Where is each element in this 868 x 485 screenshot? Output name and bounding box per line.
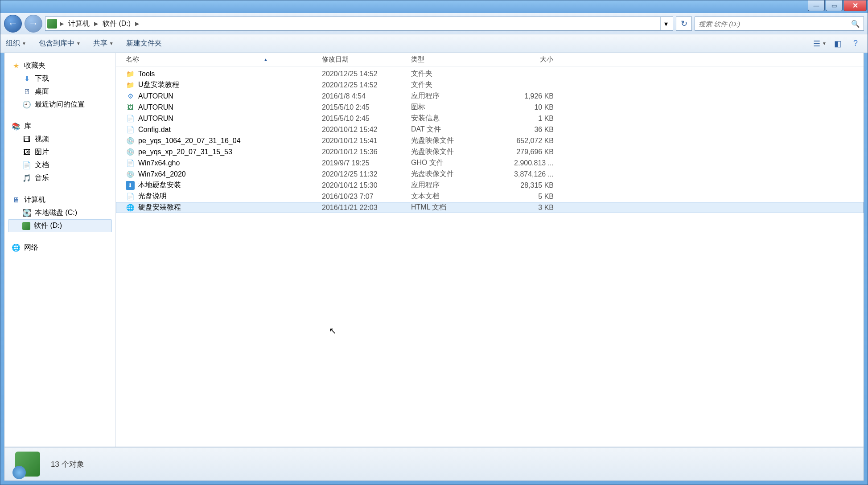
file-name: AUTORUN [138, 92, 173, 100]
file-name: Tools [138, 70, 155, 78]
sidebar-item-documents[interactable]: 📄 文档 [8, 159, 112, 172]
file-row[interactable]: 🌐硬盘安装教程2016/11/21 22:03HTML 文档3 KB [116, 202, 864, 213]
file-row[interactable]: ⚙AUTORUN2016/1/8 4:54应用程序1,926 KB [116, 90, 864, 102]
status-text: 13 个对象 [51, 459, 84, 469]
disk-icon: 💽 [22, 209, 31, 218]
chevron-down-icon: ▼ [109, 41, 114, 46]
library-icon: 📚 [12, 122, 21, 131]
file-row[interactable]: 💿pe_yqs_1064_20_07_31_16_042020/10/12 15… [116, 135, 864, 146]
breadcrumb-drive[interactable]: 软件 (D:) [101, 18, 132, 29]
column-header-type[interactable]: 类型 [407, 55, 496, 64]
sidebar-item-local-c[interactable]: 💽 本地磁盘 (C:) [8, 206, 112, 219]
sidebar-computer-group: 🖥 计算机 💽 本地磁盘 (C:) 软件 (D:) [8, 193, 112, 232]
sidebar-network-group: 🌐 网络 [8, 241, 112, 254]
column-header-size[interactable]: 大小 [496, 55, 558, 64]
iso-icon: 💿 [126, 136, 135, 145]
refresh-button[interactable]: ↻ [676, 16, 692, 31]
desktop-icon: 🖥 [22, 87, 31, 96]
file-row[interactable]: 📄AUTORUN2015/5/10 2:45安装信息1 KB [116, 113, 864, 124]
close-button[interactable]: ✕ [843, 0, 867, 11]
file-size: 3 KB [496, 204, 558, 212]
file-size: 3,874,126 ... [496, 170, 558, 178]
toolbar-new-folder[interactable]: 新建文件夹 [126, 39, 162, 48]
file-date: 2020/10/12 15:41 [317, 137, 407, 145]
document-icon: 📄 [22, 161, 31, 170]
file-type: DAT 文件 [407, 125, 496, 134]
install-icon: ⬇ [126, 181, 135, 190]
status-bar: 13 个对象 [4, 447, 864, 481]
file-type: GHO 文件 [407, 158, 496, 168]
file-name: Win7x64_2020 [138, 170, 186, 178]
sort-ascending-icon: ▲ [263, 57, 268, 62]
sidebar-libraries-header[interactable]: 📚 库 [8, 120, 112, 133]
file-size: 2,900,813 ... [496, 159, 558, 167]
sidebar-favorites-header[interactable]: ★ 收藏夹 [8, 59, 112, 72]
maximize-button[interactable]: ▭ [826, 0, 843, 11]
file-row[interactable]: 🖼AUTORUN2015/5/10 2:45图标10 KB [116, 102, 864, 113]
minimize-button[interactable]: — [808, 0, 825, 11]
sidebar-item-desktop[interactable]: 🖥 桌面 [8, 85, 112, 98]
sidebar-favorites-group: ★ 收藏夹 ⬇ 下载 🖥 桌面 🕘 最近访问的位置 [8, 59, 112, 111]
file-type: HTML 文档 [407, 203, 496, 212]
chevron-down-icon: ▼ [822, 41, 827, 46]
file-row[interactable]: 💿Win7x64_20202020/12/25 11:32光盘映像文件3,874… [116, 169, 864, 180]
sidebar-item-recent[interactable]: 🕘 最近访问的位置 [8, 98, 112, 111]
sidebar-item-pictures[interactable]: 🖼 图片 [8, 146, 112, 159]
file-row[interactable]: 📁Tools2020/12/25 14:52文件夹 [116, 68, 864, 79]
file-type: 应用程序 [407, 91, 496, 101]
file-name: Win7x64.gho [138, 159, 180, 167]
breadcrumb-computer[interactable]: 计算机 [66, 18, 91, 29]
search-box[interactable]: 🔍 [695, 16, 864, 31]
help-button[interactable]: ? [849, 37, 862, 50]
chevron-down-icon: ▼ [76, 41, 81, 46]
preview-pane-button[interactable]: ◧ [831, 37, 844, 50]
file-row[interactable]: 📄光盘说明2016/10/23 7:07文本文档5 KB [116, 191, 864, 202]
file-type: 光盘映像文件 [407, 147, 496, 156]
sidebar-item-music[interactable]: 🎵 音乐 [8, 172, 112, 185]
file-size: 10 KB [496, 103, 558, 111]
address-dropdown-button[interactable]: ▾ [660, 17, 671, 30]
toolbar-include-library[interactable]: 包含到库中▼ [39, 39, 81, 48]
file-size: 1 KB [496, 115, 558, 123]
back-button[interactable]: ← [4, 15, 22, 33]
column-header-date[interactable]: 修改日期 [317, 55, 407, 64]
dat-icon: 📄 [126, 125, 135, 134]
file-name: pe_yqs_xp_20_07_31_15_53 [138, 148, 232, 156]
view-mode-button[interactable]: ☰▼ [813, 37, 827, 50]
file-row[interactable]: 📁U盘安装教程2020/12/25 14:52文件夹 [116, 79, 864, 90]
download-icon: ⬇ [22, 74, 31, 83]
sidebar-item-videos[interactable]: 🎞 视频 [8, 133, 112, 146]
html-icon: 🌐 [126, 203, 135, 212]
file-size: 36 KB [496, 126, 558, 134]
forward-button[interactable]: → [25, 15, 42, 33]
file-size: 28,315 KB [496, 181, 558, 189]
sidebar-item-software-d[interactable]: 软件 (D:) [8, 219, 112, 232]
column-header-name[interactable]: 名称 ▲ [121, 55, 317, 64]
breadcrumb-sep-icon: ▶ [93, 21, 99, 27]
toolbar-share[interactable]: 共享▼ [93, 39, 114, 48]
star-icon: ★ [12, 62, 21, 70]
sidebar-network-header[interactable]: 🌐 网络 [8, 241, 112, 254]
file-name: 硬盘安装教程 [138, 203, 181, 212]
address-bar[interactable]: ▶ 计算机 ▶ 软件 (D:) ▶ ▾ [45, 16, 673, 31]
file-size: 279,696 KB [496, 148, 558, 156]
toolbar-organize[interactable]: 组织▼ [6, 39, 26, 48]
file-rows: 📁Tools2020/12/25 14:52文件夹📁U盘安装教程2020/12/… [116, 66, 864, 447]
file-name: Config.dat [138, 126, 171, 134]
file-row[interactable]: 💿pe_yqs_xp_20_07_31_15_532020/10/12 15:3… [116, 146, 864, 157]
file-row[interactable]: 📄Win7x64.gho2019/9/7 19:25GHO 文件2,900,81… [116, 157, 864, 169]
file-row[interactable]: 📄Config.dat2020/10/12 15:42DAT 文件36 KB [116, 124, 864, 135]
file-date: 2019/9/7 19:25 [317, 159, 407, 167]
video-icon: 🎞 [22, 135, 31, 144]
file-row[interactable]: ⬇本地硬盘安装2020/10/12 15:30应用程序28,315 KB [116, 180, 864, 191]
file-name: pe_yqs_1064_20_07_31_16_04 [138, 137, 241, 145]
sidebar-computer-header[interactable]: 🖥 计算机 [8, 193, 112, 206]
window-controls: — ▭ ✕ [808, 0, 868, 11]
search-input[interactable] [699, 20, 847, 28]
computer-icon: 🖥 [12, 196, 21, 205]
file-size: 652,072 KB [496, 137, 558, 145]
network-icon: 🌐 [12, 243, 21, 252]
sidebar-item-downloads[interactable]: ⬇ 下载 [8, 72, 112, 85]
search-icon: 🔍 [851, 20, 860, 28]
file-name: 光盘说明 [138, 192, 167, 201]
